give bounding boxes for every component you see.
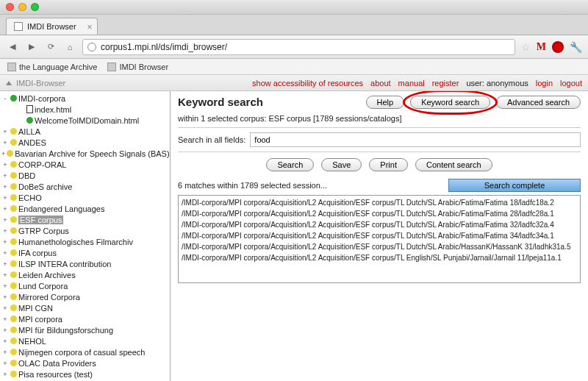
- save-button[interactable]: Save: [321, 158, 362, 171]
- tree-node[interactable]: +GTRP Corpus: [0, 225, 170, 236]
- link-register[interactable]: register: [432, 79, 459, 88]
- tree-node[interactable]: +MPI corpora: [0, 313, 170, 324]
- keyword-search-button[interactable]: Keyword search: [410, 96, 490, 109]
- tree-node[interactable]: +Pisa resources (test): [0, 368, 170, 380]
- tree-node[interactable]: +Lund Corpora: [0, 280, 170, 291]
- settings-wrench-icon[interactable]: 🔧: [570, 41, 582, 53]
- result-row[interactable]: /IMDI-corpora/MPI corpora/Acquisition/L2…: [182, 197, 577, 208]
- result-row[interactable]: /IMDI-corpora/MPI corpora/Acquisition/L2…: [182, 208, 577, 219]
- toggle-icon[interactable]: +: [1, 360, 9, 367]
- toggle-icon[interactable]: +: [1, 227, 9, 235]
- link-about[interactable]: about: [370, 79, 391, 88]
- print-button[interactable]: Print: [369, 158, 408, 171]
- toggle-icon[interactable]: +: [1, 205, 9, 213]
- toggle-icon[interactable]: +: [1, 371, 9, 378]
- result-row[interactable]: /IMDI-corpora/MPI corpora/Acquisition/L2…: [182, 230, 577, 241]
- toggle-icon[interactable]: +: [1, 293, 9, 301]
- browser-tab[interactable]: IMDI Browser ×: [6, 18, 98, 35]
- result-row[interactable]: /IMDI-corpora/MPI corpora/Acquisition/L2…: [182, 252, 577, 263]
- toggle-icon[interactable]: +: [1, 183, 9, 190]
- tree-node[interactable]: +Humanethologisches Filmarchiv: [0, 236, 170, 247]
- toggle-icon[interactable]: +: [1, 216, 9, 224]
- search-input[interactable]: [250, 132, 581, 147]
- tree-node[interactable]: +Leiden Archives: [0, 269, 170, 280]
- corpus-bullet-icon: [10, 327, 17, 333]
- minimize-window-icon[interactable]: [18, 3, 26, 11]
- toggle-icon[interactable]: +: [1, 282, 9, 290]
- tree-node[interactable]: +ECHO: [0, 192, 170, 203]
- opera-icon[interactable]: [552, 41, 564, 53]
- tree-label: Endangered Languages: [18, 204, 104, 213]
- tree-node[interactable]: +MPI CGN: [0, 302, 170, 313]
- corpus-bullet-icon: [10, 95, 17, 102]
- tree-node[interactable]: +CORP-ORAL: [0, 159, 170, 170]
- result-row[interactable]: /IMDI-corpora/MPI corpora/Acquisition/L2…: [182, 219, 577, 230]
- tree-collapse-icon[interactable]: [6, 81, 12, 85]
- search-button[interactable]: Search: [266, 158, 314, 171]
- results-list[interactable]: /IMDI-corpora/MPI corpora/Acquisition/L2…: [178, 195, 581, 283]
- url-input[interactable]: corpus1.mpi.nl/ds/imdi_browser/: [82, 39, 515, 55]
- close-window-icon[interactable]: [6, 3, 14, 11]
- toggle-icon[interactable]: +: [1, 249, 9, 257]
- tree-node[interactable]: +OLAC Data Providers: [0, 357, 170, 368]
- tree-node[interactable]: +Endangered Languages: [0, 203, 170, 214]
- tree-label: NEHOL: [18, 337, 46, 346]
- result-row[interactable]: /IMDI-corpora/MPI corpora/Acquisition/L2…: [182, 241, 577, 252]
- forward-button[interactable]: ▶: [25, 40, 38, 54]
- bookmark-star-icon[interactable]: ☆: [521, 41, 531, 53]
- back-button[interactable]: ◀: [6, 40, 19, 54]
- tree-node[interactable]: +Bavarian Archive for Speech Signals (BA…: [0, 148, 170, 159]
- tree-node[interactable]: +NEHOL: [0, 335, 170, 346]
- tree-node[interactable]: +MPI für Bildungsforschung: [0, 324, 170, 335]
- toggle-icon[interactable]: +: [1, 271, 9, 279]
- link-accessibility[interactable]: show accessibility of resources: [252, 79, 363, 88]
- home-button[interactable]: ⌂: [63, 40, 76, 54]
- tree-node[interactable]: +DBD: [0, 170, 170, 181]
- corpus-bullet-icon: [10, 282, 17, 289]
- zoom-window-icon[interactable]: [31, 3, 39, 11]
- link-logout[interactable]: logout: [560, 79, 582, 88]
- toggle-icon[interactable]: +: [1, 128, 9, 135]
- main-panel: Keyword search Help Keyword search Advan…: [171, 91, 588, 381]
- toggle-icon[interactable]: +: [1, 139, 9, 146]
- tree-node[interactable]: +Mirrored Corpora: [0, 291, 170, 302]
- toggle-icon[interactable]: +: [1, 150, 5, 157]
- tree-node[interactable]: +IFA corpus: [0, 247, 170, 258]
- tree-node[interactable]: +ESF corpus: [0, 214, 170, 225]
- link-login[interactable]: login: [536, 79, 553, 88]
- toggle-icon[interactable]: +: [1, 172, 9, 179]
- toggle-icon[interactable]: +: [1, 194, 9, 202]
- tree-node[interactable]: +ILSP INTERA contribution: [0, 258, 170, 269]
- bookmark-language-archive[interactable]: the Language Archive: [7, 63, 97, 71]
- toggle-icon[interactable]: +: [1, 327, 9, 334]
- tree-node[interactable]: +Nijmegen corpora of casual speech: [0, 346, 170, 357]
- tree-label: OLAC Data Providers: [18, 359, 96, 368]
- reload-button[interactable]: ⟳: [44, 40, 57, 54]
- toggle-icon[interactable]: +: [1, 349, 9, 356]
- toggle-icon[interactable]: +: [1, 338, 9, 345]
- toggle-icon[interactable]: +: [1, 305, 9, 312]
- link-manual[interactable]: manual: [398, 79, 425, 88]
- content-search-button[interactable]: Content search: [415, 158, 492, 171]
- toggle-icon[interactable]: +: [1, 260, 9, 268]
- help-button[interactable]: Help: [366, 96, 405, 109]
- tree-node[interactable]: +ANDES: [0, 137, 170, 148]
- toggle-icon[interactable]: -: [1, 95, 9, 102]
- tab-close-icon[interactable]: ×: [87, 22, 93, 32]
- advanced-search-button[interactable]: Advanced search: [496, 96, 581, 109]
- tree-node[interactable]: +AILLA: [0, 126, 170, 137]
- tree-node[interactable]: index.html: [0, 104, 170, 115]
- gmail-icon[interactable]: M: [537, 41, 546, 53]
- tree-node[interactable]: WelcomeToIMDIDomain.html: [0, 115, 170, 126]
- tree-node[interactable]: -IMDI-corpora: [0, 93, 170, 104]
- toggle-icon[interactable]: +: [1, 161, 9, 168]
- toggle-icon[interactable]: +: [1, 238, 9, 246]
- bookmark-icon: [107, 63, 116, 71]
- tree-label: ILSP INTERA contribution: [18, 260, 111, 268]
- corpus-tree-sidebar[interactable]: -IMDI-corporaindex.htmlWelcomeToIMDIDoma…: [0, 91, 171, 381]
- tree-label: DBD: [18, 171, 35, 180]
- corpus-bullet-icon: [10, 316, 17, 322]
- bookmark-imdi-browser[interactable]: IMDI Browser: [107, 63, 168, 71]
- toggle-icon[interactable]: +: [1, 316, 9, 323]
- tree-node[interactable]: +DoBeS archive: [0, 181, 170, 192]
